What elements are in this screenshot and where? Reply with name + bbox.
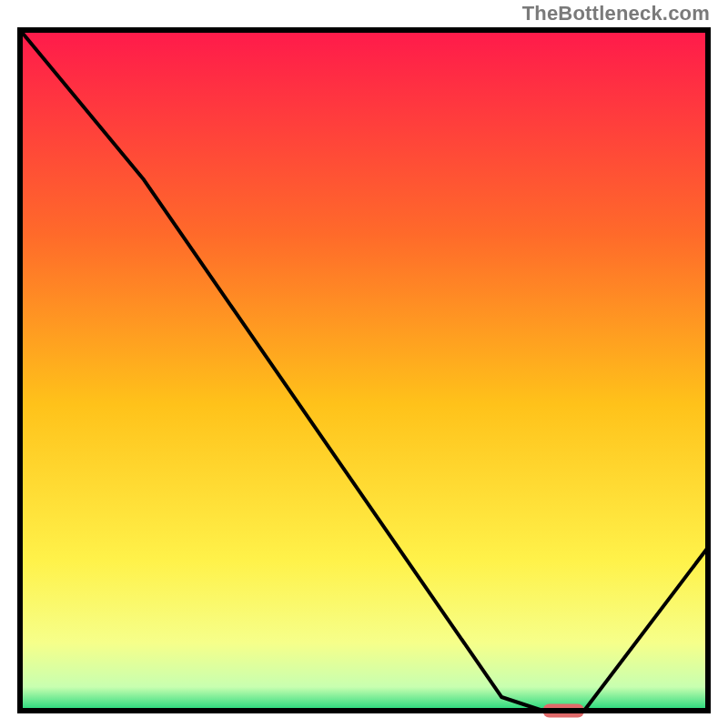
plot-background	[20, 30, 708, 711]
bottleneck-chart	[0, 0, 728, 728]
attribution-label: TheBottleneck.com	[522, 2, 710, 25]
chart-wrap: TheBottleneck.com	[0, 0, 728, 728]
